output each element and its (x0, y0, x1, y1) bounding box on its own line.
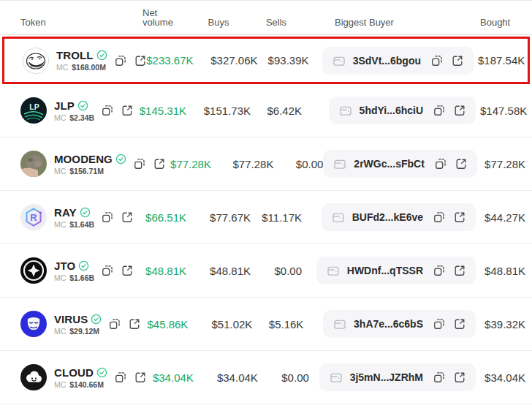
copy-buyer-address-icon[interactable] (433, 318, 445, 330)
buyer-external-link-icon[interactable] (452, 55, 463, 67)
token-market-cap: MC $29.12M (54, 327, 102, 336)
token-external-link-icon[interactable] (121, 265, 133, 276)
token-external-link-icon[interactable] (153, 158, 165, 170)
copy-buyer-address-icon[interactable] (433, 265, 445, 276)
copy-buyer-address-icon[interactable] (433, 371, 445, 383)
token-external-link-icon[interactable] (121, 211, 133, 223)
copy-token-address-icon[interactable] (102, 265, 113, 276)
biggest-buyer-address: 3j5mN...JZRhM (350, 371, 423, 383)
buyer-external-link-icon[interactable] (454, 371, 466, 383)
token-name: JTO (54, 260, 75, 272)
buyer-external-link-icon[interactable] (454, 265, 466, 276)
token-name: TROLL (56, 49, 94, 61)
verified-check-icon (78, 260, 89, 271)
net-volume-value: $66.51K (139, 211, 186, 224)
copy-token-address-icon[interactable] (102, 105, 113, 116)
sells-value: $0.00 (251, 265, 302, 277)
verified-check-icon (80, 207, 91, 218)
copy-token-address-icon[interactable] (109, 318, 121, 330)
biggest-buyer-pill[interactable]: 5hdYi...6hciU (329, 97, 476, 124)
bought-value: $77.28K (482, 158, 525, 170)
copy-token-address-icon[interactable] (115, 55, 126, 67)
sells-value: $5.16K (252, 318, 303, 330)
svg-text:R: R (30, 212, 37, 223)
biggest-buyer-pill[interactable]: 3j5mN...JZRhM (319, 363, 476, 391)
copy-buyer-address-icon[interactable] (433, 211, 445, 223)
copy-buyer-address-icon[interactable] (433, 105, 445, 116)
biggest-buyer-address: 3hA7e...6c6bS (354, 318, 423, 330)
verified-check-icon (77, 100, 88, 111)
token-market-cap: MC $1.66B (54, 273, 94, 282)
buyer-external-link-icon[interactable] (454, 105, 466, 116)
virus-token-avatar (20, 311, 47, 337)
sells-value: $93.39K (258, 54, 309, 67)
biggest-buyer-cell: 3SdVt...6bgou (309, 47, 474, 75)
token-external-link-icon[interactable] (134, 55, 146, 67)
buyer-external-link-icon[interactable] (454, 211, 466, 223)
troll-token-avatar (23, 48, 49, 74)
token-row[interactable]: TROLL MC $168.00M $233.67K $327.06K $93.… (2, 37, 530, 84)
token-table: Token Net volume Buys Sells Biggest Buye… (0, 0, 532, 404)
wallet-icon (339, 104, 352, 117)
copy-token-address-icon[interactable] (115, 371, 126, 383)
sells-value: $6.42K (251, 105, 302, 117)
token-name: RAY (54, 206, 77, 219)
token-name: JLP (54, 99, 75, 112)
token-table-body: TROLL MC $168.00M $233.67K $327.06K $93.… (0, 37, 532, 404)
wallet-icon (332, 54, 346, 67)
biggest-buyer-pill[interactable]: 3hA7e...6c6bS (323, 310, 476, 338)
biggest-buyer-address: BUFd2...kE6ve (352, 211, 423, 223)
token-external-link-icon[interactable] (121, 105, 133, 116)
buys-value: $48.81K (186, 265, 251, 277)
token-row[interactable]: LP JLP MC $2.34B $145.31K $151.73K $6.42… (0, 84, 532, 137)
jlp-token-avatar: LP (20, 97, 47, 124)
column-header-token[interactable]: Token (20, 18, 139, 28)
token-row[interactable]: JTO MC $1.66B $48.81K $48.81K $0.00 HWDn… (0, 244, 532, 298)
token-market-cap: MC $156.71M (54, 167, 126, 175)
net-volume-value: $48.81K (139, 265, 186, 277)
buyer-external-link-icon[interactable] (455, 158, 467, 170)
column-header-sells[interactable]: Sells (251, 18, 302, 28)
column-header-buys[interactable]: Buys (186, 18, 251, 28)
biggest-buyer-pill[interactable]: 2rWGc...sFbCt (323, 150, 476, 178)
token-row[interactable]: R RAY MC $1.64B $66.51K $77.67K $11.17K … (0, 191, 532, 244)
net-volume-value: $145.31K (139, 105, 186, 117)
copy-token-address-icon[interactable] (134, 158, 145, 170)
biggest-buyer-pill[interactable]: BUFd2...kE6ve (322, 203, 476, 231)
verified-check-icon (115, 154, 126, 165)
biggest-buyer-cell: BUFd2...kE6ve (302, 203, 476, 231)
biggest-buyer-address: HWDnf...qTSSR (347, 265, 423, 276)
token-row[interactable]: VIRUS MC $29.12M $45.86K $51.02K $5.16K … (0, 298, 532, 351)
token-row[interactable]: MOODENG MC $156.71M $77.28K $77.28K $0.0… (0, 137, 532, 191)
copy-buyer-address-icon[interactable] (435, 158, 446, 170)
column-header-bought[interactable]: Bought (480, 18, 525, 28)
moodeng-token-avatar (20, 151, 47, 177)
biggest-buyer-pill[interactable]: 3SdVt...6bgou (322, 47, 474, 75)
column-header-net-volume[interactable]: Net volume (139, 8, 186, 28)
token-cell: CLOUD MC $140.66M (20, 364, 146, 390)
net-volume-value: $45.86K (140, 318, 188, 330)
jto-token-avatar (20, 257, 47, 284)
copy-buyer-address-icon[interactable] (431, 55, 443, 67)
buys-value: $77.28K (211, 158, 273, 170)
cloud-token-avatar (20, 364, 47, 390)
biggest-buyer-pill[interactable]: HWDnf...qTSSR (316, 257, 476, 284)
net-volume-value: $233.67K (146, 54, 194, 67)
token-external-link-icon[interactable] (129, 318, 140, 330)
buys-value: $327.06K (194, 54, 258, 67)
biggest-buyer-address: 5hdYi...6hciU (360, 105, 423, 116)
biggest-buyer-address: 2rWGc...sFbCt (354, 158, 424, 170)
bought-value: $44.27K (480, 211, 525, 224)
token-cell: LP JLP MC $2.34B (20, 97, 139, 124)
token-market-cap: MC $2.34B (54, 113, 94, 122)
biggest-buyer-cell: 3j5mN...JZRhM (309, 363, 476, 391)
verified-check-icon (96, 50, 107, 61)
copy-token-address-icon[interactable] (102, 211, 113, 223)
column-header-biggest-buyer[interactable]: Biggest Buyer (302, 18, 476, 28)
token-row[interactable]: CLOUD MC $140.66M $34.04K $34.04K $0.00 … (0, 351, 532, 404)
wallet-icon (333, 157, 346, 170)
token-name: MOODENG (54, 153, 113, 165)
token-name: VIRUS (54, 313, 88, 325)
token-external-link-icon[interactable] (134, 371, 146, 383)
buyer-external-link-icon[interactable] (454, 318, 466, 330)
